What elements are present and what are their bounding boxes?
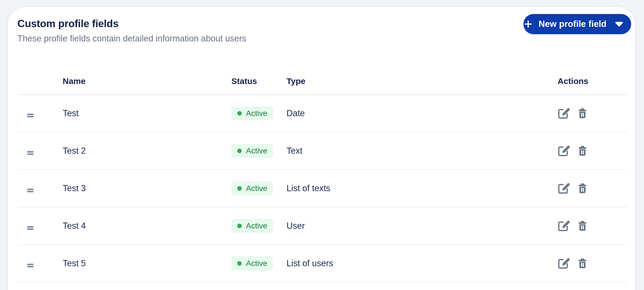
new-profile-field-button[interactable]: New profile field (523, 14, 607, 34)
row-type: Text (286, 146, 519, 156)
row-status-cell: Active (231, 144, 286, 158)
row-status-cell: Active (231, 219, 286, 233)
status-label: Active (246, 184, 267, 193)
status-dot-icon (237, 261, 242, 266)
status-label: Active (246, 221, 267, 230)
trash-icon (577, 183, 588, 194)
plus-icon (523, 19, 533, 29)
row-drag-cell (18, 182, 63, 195)
row-type: List of texts (286, 183, 519, 193)
status-label: Active (246, 146, 267, 155)
delete-button[interactable] (576, 182, 589, 195)
row-name: Test 4 (63, 221, 231, 231)
profile-fields-table: Name Status Type Actions Test Active Dat… (18, 68, 627, 282)
edit-button[interactable] (557, 144, 570, 157)
row-actions-cell (519, 219, 627, 232)
drag-handle-icon[interactable] (26, 186, 35, 195)
column-header-type: Type (286, 76, 519, 86)
row-actions-cell (519, 107, 627, 120)
row-name: Test 2 (63, 146, 231, 156)
row-status-cell: Active (231, 181, 286, 195)
edit-icon (557, 257, 570, 270)
edit-button[interactable] (557, 182, 570, 195)
edit-icon (557, 145, 570, 157)
custom-profile-fields-card: Custom profile fields These profile fiel… (7, 6, 636, 290)
trash-icon (577, 145, 588, 157)
row-actions-cell (519, 144, 627, 157)
delete-button[interactable] (576, 219, 589, 232)
trash-icon (577, 258, 588, 269)
drag-handle-icon[interactable] (26, 111, 35, 120)
status-dot-icon (237, 186, 242, 191)
trash-icon (577, 220, 588, 232)
row-drag-cell (18, 257, 63, 270)
delete-button[interactable] (576, 257, 589, 270)
status-badge: Active (231, 106, 273, 120)
row-type: List of users (286, 258, 519, 268)
new-profile-field-split-button: New profile field (523, 14, 631, 34)
row-status-cell: Active (231, 256, 286, 270)
status-badge: Active (231, 144, 273, 158)
delete-button[interactable] (576, 144, 589, 157)
table-row: Test 3 Active List of texts (18, 170, 627, 207)
drag-handle-icon[interactable] (26, 224, 35, 232)
status-badge: Active (231, 219, 273, 233)
row-actions-cell (519, 257, 627, 270)
table-row: Test 5 Active List of users (18, 245, 627, 282)
row-actions-cell (519, 182, 627, 195)
new-profile-field-dropdown-button[interactable] (607, 14, 631, 34)
edit-icon (557, 182, 570, 195)
status-dot-icon (237, 111, 242, 116)
page-subtitle: These profile fields contain detailed in… (17, 33, 635, 44)
delete-button[interactable] (576, 107, 589, 120)
table-row: Test 4 Active User (18, 207, 627, 245)
edit-button[interactable] (557, 257, 570, 270)
status-label: Active (246, 259, 267, 268)
status-badge: Active (231, 256, 273, 270)
row-type: User (286, 221, 519, 231)
table-row: Test 2 Active Text (18, 132, 627, 170)
status-label: Active (246, 109, 267, 118)
status-dot-icon (237, 224, 242, 228)
column-header-name: Name (63, 76, 231, 86)
new-profile-field-label: New profile field (539, 19, 607, 29)
drag-handle-icon[interactable] (26, 149, 35, 157)
row-status-cell: Active (231, 106, 286, 120)
edit-icon (557, 220, 570, 232)
status-badge: Active (231, 181, 273, 195)
table-body: Test Active Date (18, 95, 627, 282)
row-name: Test (63, 108, 231, 118)
table-header-row: Name Status Type Actions (18, 68, 627, 95)
row-drag-cell (18, 220, 63, 232)
column-header-actions: Actions (519, 76, 627, 86)
edit-icon (557, 107, 570, 120)
trash-icon (577, 107, 588, 119)
row-name: Test 3 (63, 183, 231, 193)
column-header-status: Status (231, 76, 286, 86)
table-row: Test Active Date (18, 95, 627, 132)
caret-down-icon (615, 21, 623, 27)
row-name: Test 5 (63, 258, 231, 268)
row-drag-cell (18, 145, 63, 157)
row-drag-cell (18, 107, 63, 120)
row-type: Date (286, 108, 519, 118)
edit-button[interactable] (557, 107, 570, 120)
edit-button[interactable] (557, 219, 570, 232)
status-dot-icon (237, 149, 242, 153)
drag-handle-icon[interactable] (26, 261, 35, 270)
